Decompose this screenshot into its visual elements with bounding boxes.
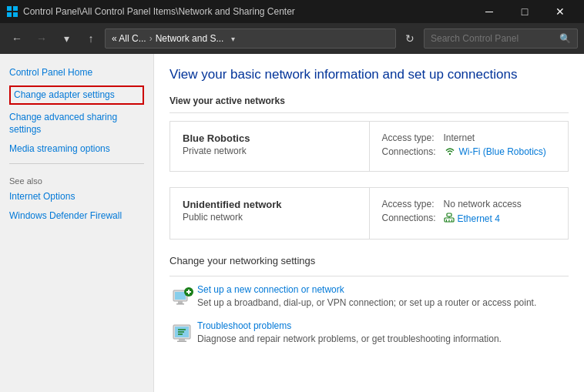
svg-rect-2	[7, 12, 12, 17]
sidebar: Control Panel Home Change adapter settin…	[0, 54, 154, 392]
settings-section: Change your networking settings	[169, 255, 569, 346]
svg-rect-14	[176, 303, 184, 305]
window-icon	[6, 5, 18, 18]
network2-connections-link[interactable]: Ethernet 4	[458, 213, 500, 224]
network1-left: Blue Robotics Private network	[170, 122, 370, 171]
settings-item-troubleshoot-content: Troubleshoot problems Diagnose and repai…	[197, 320, 569, 346]
sidebar-divider	[9, 163, 144, 164]
settings-item-new-connection: Set up a new connection or network Set u…	[169, 284, 569, 310]
sidebar-item-internet-options[interactable]: Internet Options	[9, 190, 144, 203]
network2-access-value: No network access	[444, 199, 522, 209]
svg-rect-12	[175, 292, 186, 300]
search-box[interactable]: 🔍	[424, 28, 578, 49]
troubleshoot-link[interactable]: Troubleshoot problems	[197, 320, 291, 331]
close-button[interactable]: ✕	[542, 0, 578, 23]
refresh-button[interactable]: ↻	[399, 28, 421, 49]
window-controls: ─ □ ✕	[472, 0, 578, 23]
troubleshoot-icon	[169, 320, 197, 343]
svg-rect-20	[179, 339, 185, 341]
sidebar-item-control-panel-home[interactable]: Control Panel Home	[9, 66, 144, 79]
settings-divider	[169, 276, 569, 276]
network2-type: Public network	[183, 212, 357, 223]
title-bar: Control Panel\All Control Panel Items\Ne…	[0, 0, 584, 23]
address-chevron[interactable]: ▾	[223, 28, 242, 49]
search-icon[interactable]: 🔍	[559, 33, 571, 44]
change-settings-title: Change your networking settings	[169, 255, 569, 266]
breadcrumb-allc: « All C...	[112, 33, 146, 44]
minimize-button[interactable]: ─	[472, 0, 507, 23]
settings-item-troubleshoot: Troubleshoot problems Diagnose and repai…	[169, 320, 569, 346]
svg-rect-0	[7, 6, 12, 11]
svg-point-4	[448, 153, 450, 155]
network2-left: Unidentified network Public network	[170, 188, 370, 239]
network1-connections-link[interactable]: Wi-Fi (Blue Robotics)	[459, 146, 546, 157]
network2-connections-label: Connections:	[382, 213, 444, 225]
network1-right: Access type: Internet Connections: Wi-Fi…	[370, 122, 569, 171]
window-title: Control Panel\All Control Panel Items\Ne…	[23, 6, 472, 17]
network2-container: Unidentified network Public network Acce…	[169, 187, 569, 240]
svg-rect-3	[13, 12, 18, 17]
network2-name: Unidentified network	[183, 199, 357, 210]
svg-rect-21	[177, 340, 186, 342]
sidebar-item-media-streaming-options[interactable]: Media streaming options	[9, 142, 144, 156]
network1-connections-row: Connections: Wi-Fi (Blue Robotics)	[382, 146, 556, 157]
search-input[interactable]	[431, 33, 559, 44]
network1-connections-label: Connections:	[382, 146, 444, 157]
breadcrumb-network: Network and S...	[156, 33, 224, 44]
active-networks-title: View your active networks	[169, 95, 569, 106]
networks-container: Blue Robotics Private network Access typ…	[169, 121, 569, 172]
settings-item-new-connection-content: Set up a new connection or network Set u…	[197, 284, 569, 310]
network1-name: Blue Robotics	[183, 132, 357, 144]
active-networks-divider	[169, 112, 569, 113]
sidebar-item-windows-defender-firewall[interactable]: Windows Defender Firewall	[9, 209, 144, 223]
address-bar[interactable]: « All C... › Network and S... ▾	[105, 28, 396, 49]
svg-rect-5	[447, 213, 451, 216]
network1-access-value: Internet	[444, 132, 475, 143]
network1-access-row: Access type: Internet	[382, 132, 556, 143]
content-area: View your basic network information and …	[154, 54, 584, 392]
svg-rect-1	[13, 6, 18, 11]
see-also-label: See also	[9, 176, 144, 186]
network2-access-row: Access type: No network access	[382, 199, 556, 209]
wifi-icon	[444, 146, 456, 157]
nav-bar: ← → ▾ ↑ « All C... › Network and S... ▾ …	[0, 23, 584, 54]
network2-connections-row: Connections: Ethernet 4	[382, 213, 556, 225]
new-connection-icon	[169, 284, 197, 307]
ethernet-icon	[444, 213, 455, 225]
main-layout: Control Panel Home Change adapter settin…	[0, 54, 584, 392]
svg-rect-13	[178, 301, 183, 303]
page-title: View your basic network information and …	[169, 66, 569, 83]
sidebar-item-change-advanced-sharing[interactable]: Change advanced sharing settings	[9, 111, 144, 137]
network2-access-label: Access type:	[382, 199, 444, 209]
maximize-button[interactable]: □	[507, 0, 542, 23]
recent-button[interactable]: ▾	[55, 28, 77, 49]
back-button[interactable]: ←	[6, 28, 28, 49]
troubleshoot-desc: Diagnose and repair network problems, or…	[197, 333, 569, 346]
network2-right: Access type: No network access Connectio…	[370, 188, 569, 239]
forward-button[interactable]: →	[31, 28, 52, 49]
new-connection-link[interactable]: Set up a new connection or network	[197, 284, 344, 295]
network1-access-label: Access type:	[382, 132, 444, 143]
sidebar-item-change-adapter-settings[interactable]: Change adapter settings	[9, 85, 144, 105]
network1-type: Private network	[183, 146, 357, 156]
up-button[interactable]: ↑	[80, 28, 102, 49]
new-connection-desc: Set up a broadband, dial-up, or VPN conn…	[197, 297, 569, 310]
